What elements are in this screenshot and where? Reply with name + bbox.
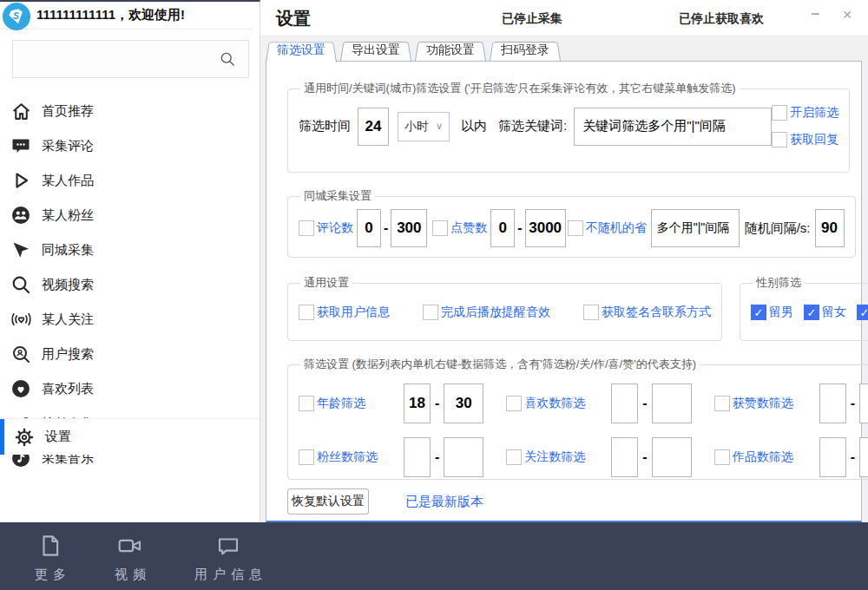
sidebar-search bbox=[12, 40, 249, 78]
praise-filter-label[interactable]: 获赞数筛选 bbox=[733, 396, 819, 411]
fans-filter-checkbox[interactable] bbox=[299, 449, 314, 465]
signature-contact-checkbox[interactable] bbox=[583, 305, 599, 320]
tab-function-settings[interactable]: 功能设置 bbox=[415, 40, 486, 61]
get-reply-label[interactable]: 获取回复 bbox=[790, 132, 838, 148]
get-user-info-label[interactable]: 获取用户信息 bbox=[317, 305, 390, 320]
video-camera-icon bbox=[116, 533, 144, 562]
fixed-province-label[interactable]: 不随机的省 bbox=[586, 220, 647, 236]
toolbar-item-more[interactable]: 更多 bbox=[30, 533, 71, 583]
range-dash: - bbox=[435, 449, 439, 465]
search-icon[interactable] bbox=[219, 50, 236, 68]
sidebar-item-label: 同城采集 bbox=[42, 242, 94, 259]
enable-filter-checkbox[interactable] bbox=[772, 105, 787, 121]
fixed-province-checkbox[interactable] bbox=[568, 220, 583, 236]
toolbar-item-user-info[interactable]: 用户信息 bbox=[189, 533, 267, 583]
keep-male-checkbox[interactable] bbox=[751, 305, 766, 320]
fans-max-input[interactable] bbox=[444, 437, 483, 477]
signature-contact-label[interactable]: 获取签名含联系方式 bbox=[602, 305, 711, 320]
toolbar-item-label: 更多 bbox=[30, 567, 71, 583]
app-logo-icon: S bbox=[2, 2, 31, 31]
sidebar-item-settings[interactable]: 设置 bbox=[0, 418, 260, 455]
like-min-input[interactable] bbox=[490, 209, 515, 247]
section-legend: 同城采集设置 bbox=[300, 188, 375, 204]
follow-min-input[interactable] bbox=[611, 437, 638, 477]
age-filter-checkbox[interactable] bbox=[299, 396, 314, 411]
praise-max-input[interactable] bbox=[859, 384, 868, 423]
sidebar-item-user-search[interactable]: 用户搜索 bbox=[0, 337, 260, 371]
keep-female-checkbox[interactable] bbox=[804, 305, 819, 320]
version-status-link[interactable]: 已是最新版本 bbox=[405, 494, 483, 510]
sidebar-item-label: 用户搜索 bbox=[42, 346, 94, 363]
enable-filter-label[interactable]: 开启筛选 bbox=[790, 105, 838, 121]
time-unit-select[interactable]: 小时 ∨ bbox=[398, 112, 450, 141]
filter-group-fans: 粉丝数筛选 - bbox=[299, 437, 483, 477]
fans-filter-label[interactable]: 粉丝数筛选 bbox=[317, 449, 404, 465]
province-input[interactable] bbox=[651, 209, 740, 247]
filter-time-input[interactable] bbox=[358, 108, 389, 146]
play-sound-checkbox[interactable] bbox=[423, 305, 438, 320]
age-max-input[interactable] bbox=[444, 384, 483, 423]
like-max-input[interactable] bbox=[525, 209, 566, 247]
works-filter-checkbox[interactable] bbox=[714, 449, 730, 465]
search-input[interactable] bbox=[13, 52, 219, 66]
bottom-toolbar: 更多 视频 用户信息 bbox=[0, 522, 868, 590]
reset-defaults-button[interactable]: 恢复默认设置 bbox=[287, 488, 369, 515]
sidebar-item-label: 视频搜索 bbox=[42, 277, 94, 293]
general-settings-section: 通用设置 获取用户信息 完成后播放提醒音效 获取签名含联系方式 bbox=[287, 275, 722, 341]
play-sound-label[interactable]: 完成后播放提醒音效 bbox=[441, 305, 550, 320]
comment-count-label[interactable]: 评论数 bbox=[317, 220, 353, 236]
sidebar-item-home[interactable]: 首页推荐 bbox=[0, 94, 260, 128]
fans-min-input[interactable] bbox=[404, 437, 431, 477]
tab-panel: 通用时间/关键词(城市)筛选设置 ('开启筛选'只在采集评论有效，其它右键菜单触… bbox=[266, 61, 862, 522]
keep-male-label[interactable]: 留男 bbox=[769, 305, 793, 320]
sidebar-item-likes-list[interactable]: 喜欢列表 bbox=[0, 371, 260, 406]
likes-filter-checkbox[interactable] bbox=[506, 396, 522, 411]
sidebar: S 111111111111，欢迎使用! 首页推荐 采集评论 某人作品 bbox=[0, 0, 260, 522]
follow-filter-checkbox[interactable] bbox=[506, 449, 522, 465]
tab-qr-login[interactable]: 扫码登录 bbox=[490, 40, 561, 61]
tab-filter-settings[interactable]: 筛选设置 bbox=[266, 40, 337, 61]
follow-filter-label[interactable]: 关注数筛选 bbox=[524, 449, 611, 465]
age-min-input[interactable] bbox=[404, 384, 431, 423]
comment-count-checkbox[interactable] bbox=[299, 220, 314, 236]
welcome-bar: S 111111111111，欢迎使用! bbox=[0, 2, 253, 30]
sidebar-item-city-collect[interactable]: 同城采集 bbox=[0, 233, 260, 267]
section-legend: 通用设置 bbox=[300, 275, 352, 291]
works-min-input[interactable] bbox=[819, 437, 846, 477]
like-count-checkbox[interactable] bbox=[432, 220, 448, 236]
close-button[interactable]: ✕ bbox=[842, 8, 852, 22]
keyword-input[interactable] bbox=[574, 108, 772, 146]
sidebar-item-user-fans[interactable]: 某人粉丝 bbox=[0, 198, 260, 233]
praise-filter-checkbox[interactable] bbox=[714, 396, 730, 411]
sidebar-item-user-follows[interactable]: 某人关注 bbox=[0, 302, 260, 337]
age-filter-label[interactable]: 年龄筛选 bbox=[317, 396, 404, 411]
works-filter-label[interactable]: 作品数筛选 bbox=[733, 449, 819, 465]
sidebar-item-video-search[interactable]: 视频搜索 bbox=[0, 267, 260, 302]
random-interval-input[interactable] bbox=[815, 209, 845, 247]
works-max-input[interactable] bbox=[859, 437, 868, 477]
fans-icon bbox=[9, 205, 33, 226]
filter-group-praise: 获赞数筛选 - bbox=[714, 384, 868, 423]
comment-min-input[interactable] bbox=[357, 209, 381, 247]
comment-max-input[interactable] bbox=[391, 209, 427, 247]
sidebar-item-user-works[interactable]: 某人作品 bbox=[0, 163, 260, 198]
get-reply-checkbox[interactable] bbox=[772, 132, 787, 148]
likes-filter-label[interactable]: 喜欢数筛选 bbox=[524, 396, 611, 411]
praise-min-input[interactable] bbox=[819, 384, 846, 423]
minimize-button[interactable]: – bbox=[812, 5, 819, 23]
get-user-info-checkbox[interactable] bbox=[299, 305, 314, 320]
sidebar-item-label: 喜欢列表 bbox=[42, 381, 94, 397]
sidebar-item-label: 采集评论 bbox=[42, 138, 94, 154]
like-count-label[interactable]: 点赞数 bbox=[450, 220, 487, 236]
tab-export-settings[interactable]: 导出设置 bbox=[340, 40, 411, 61]
keep-other-checkbox[interactable] bbox=[857, 305, 868, 320]
keep-female-label[interactable]: 留女 bbox=[822, 305, 846, 320]
svg-text:S: S bbox=[13, 10, 19, 20]
city-collect-section: 同城采集设置 评论数 - 点赞数 - 不随机的省 随机间隔/s: bbox=[287, 188, 856, 258]
likes-min-input[interactable] bbox=[611, 384, 638, 423]
toolbar-item-video[interactable]: 视频 bbox=[109, 533, 151, 583]
follow-max-input[interactable] bbox=[652, 437, 692, 477]
sidebar-item-collect-comments[interactable]: 采集评论 bbox=[0, 128, 260, 163]
likes-max-input[interactable] bbox=[652, 384, 692, 423]
gear-icon bbox=[12, 427, 36, 448]
